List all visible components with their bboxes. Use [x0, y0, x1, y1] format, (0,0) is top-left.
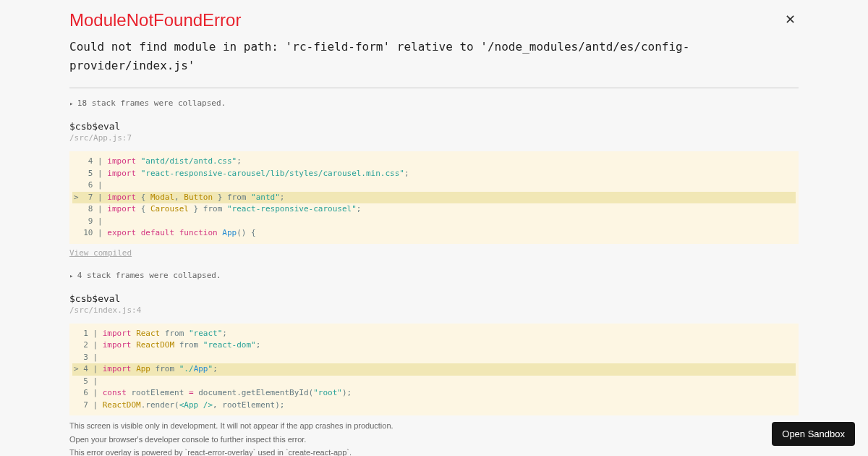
collapsed-frames-toggle[interactable]: 4 stack frames were collapsed. — [69, 271, 799, 280]
code-line: 4 | import "antd/dist/antd.css"; — [72, 156, 796, 168]
code-snippet: 4 | import "antd/dist/antd.css"; 5 | imp… — [69, 151, 799, 244]
error-title: ModuleNotFoundError — [69, 10, 241, 30]
code-line: 1 | import React from "react"; — [72, 328, 796, 340]
code-line: 2 | import ReactDOM from "react-dom"; — [72, 339, 796, 352]
code-snippet: 1 | import React from "react"; 2 | impor… — [69, 324, 799, 416]
code-line-error: > 7 | import { Modal, Button } from "ant… — [72, 192, 796, 204]
view-compiled-link[interactable]: View compiled — [69, 248, 799, 258]
stack-frame-function: $csb$eval — [69, 293, 799, 304]
stack-frame-function: $csb$eval — [69, 121, 799, 132]
footer-line: Open your browser's developer console to… — [69, 434, 799, 446]
error-message: Could not find module in path: 'rc-field… — [69, 38, 799, 75]
open-sandbox-button[interactable]: Open Sandbox — [772, 422, 855, 446]
code-line: 5 | — [72, 376, 796, 388]
collapsed-frames-toggle[interactable]: 18 stack frames were collapsed. — [69, 98, 799, 108]
code-line: 6 | — [72, 180, 796, 192]
code-line: 9 | — [72, 216, 796, 228]
code-line: 8 | import { Carousel } from "react-resp… — [72, 203, 796, 216]
footer-notes: This screen is visible only in developme… — [69, 420, 799, 456]
footer-line: This screen is visible only in developme… — [69, 420, 799, 432]
stack-frame-location: /src/index.js:4 — [69, 305, 799, 315]
code-line: 6 | const rootElement = document.getElem… — [72, 387, 796, 400]
footer-line: This error overlay is powered by `react-… — [69, 447, 799, 456]
stack-frame-location: /src/App.js:7 — [69, 133, 799, 143]
close-icon[interactable]: ✕ — [782, 10, 799, 29]
code-line: 10 | export default function App() { — [72, 227, 796, 240]
code-line: 3 | — [72, 352, 796, 364]
code-line: 5 | import "react-responsive-carousel/li… — [72, 168, 796, 180]
divider — [69, 88, 799, 88]
code-line-error: > 4 | import App from "./App"; — [72, 363, 796, 376]
code-line: 7 | ReactDOM.render(<App />, rootElement… — [72, 400, 796, 412]
